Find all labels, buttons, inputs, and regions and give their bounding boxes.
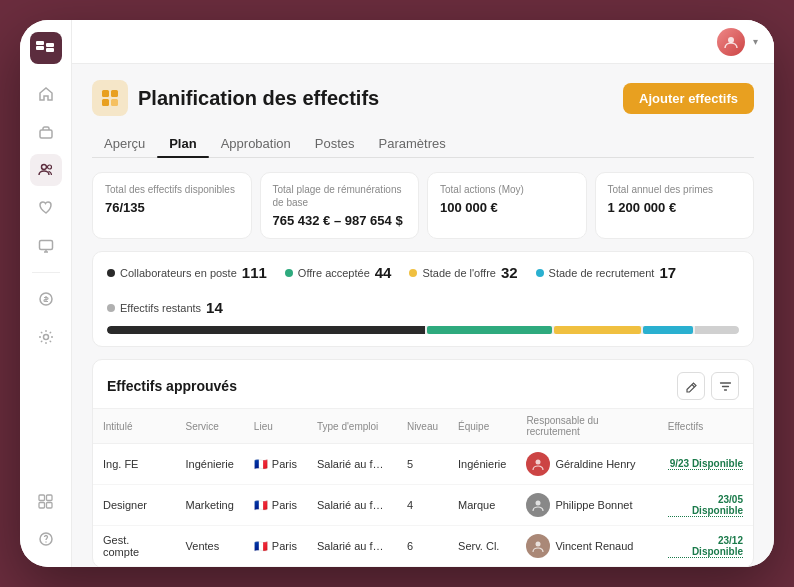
filter-table-button[interactable] — [711, 372, 739, 400]
svg-rect-1 — [36, 46, 44, 50]
cell-niveau: 4 — [397, 485, 448, 526]
legend-label-poste: Collaborateurs en poste — [120, 267, 237, 279]
legend-label-offre-acceptee: Offre acceptée — [298, 267, 370, 279]
svg-point-5 — [41, 165, 46, 170]
table-row: Ing. FE Ingénierie 🇫🇷 Paris Salarié au f… — [93, 444, 753, 485]
topbar: ▾ — [72, 20, 774, 64]
svg-rect-18 — [111, 90, 118, 97]
legend-dot-offre-acceptee — [285, 269, 293, 277]
tab-postes[interactable]: Postes — [303, 130, 367, 157]
cell-type-emploi: Salarié au forfait, temps plein... — [307, 485, 397, 526]
svg-rect-11 — [47, 495, 53, 501]
sidebar-item-heart[interactable] — [30, 192, 62, 224]
svg-rect-2 — [46, 43, 54, 47]
svg-point-16 — [728, 37, 734, 43]
tab-approbation[interactable]: Approbation — [209, 130, 303, 157]
col-niveau: Niveau — [397, 409, 448, 444]
stat-label-3: Total annuel des primes — [608, 183, 742, 196]
svg-rect-3 — [46, 48, 54, 52]
legend-count-recrutement: 17 — [659, 264, 676, 281]
cell-equipe: Marque — [448, 485, 516, 526]
tab-parametres[interactable]: Paramètres — [367, 130, 458, 157]
stat-card-2: Total actions (Moy) 100 000 € — [427, 172, 587, 239]
legend-poste: Collaborateurs en poste 111 — [107, 264, 267, 281]
cell-niveau: 6 — [397, 526, 448, 567]
table-title: Effectifs approuvés — [107, 378, 237, 394]
sidebar-item-people[interactable] — [30, 154, 62, 186]
legend-dot-recrutement — [536, 269, 544, 277]
tab-plan[interactable]: Plan — [157, 130, 208, 157]
progress-segment-3 — [643, 326, 693, 334]
col-equipe: Équipe — [448, 409, 516, 444]
cell-effectifs: 23/12 Disponible — [658, 526, 753, 567]
legend-dot-poste — [107, 269, 115, 277]
page-icon — [92, 80, 128, 116]
sidebar-item-grid[interactable] — [30, 485, 62, 517]
edit-table-button[interactable] — [677, 372, 705, 400]
user-avatar[interactable] — [717, 28, 745, 56]
cell-equipe: Serv. Cl. — [448, 526, 516, 567]
legend-recrutement: Stade de recrutement 17 — [536, 264, 676, 281]
cell-equipe: Ingénierie — [448, 444, 516, 485]
stat-value-0: 76/135 — [105, 200, 239, 215]
col-responsable: Responsable du recrutement — [516, 409, 657, 444]
legend-count-poste: 111 — [242, 264, 267, 281]
stat-value-3: 1 200 000 € — [608, 200, 742, 215]
sidebar-item-dollar[interactable] — [30, 283, 62, 315]
table-row: Designer Marketing 🇫🇷 Paris Salarié au f… — [93, 485, 753, 526]
svg-point-21 — [536, 460, 541, 465]
stats-row: Total des effectifs disponibles 76/135 T… — [92, 172, 754, 239]
tab-apercu[interactable]: Aperçu — [92, 130, 157, 157]
legend-label-stade-offre: Stade de l'offre — [422, 267, 495, 279]
legend-dot-stade-offre — [409, 269, 417, 277]
svg-point-15 — [45, 541, 46, 542]
stat-card-0: Total des effectifs disponibles 76/135 — [92, 172, 252, 239]
cell-type-emploi: Salarié au forfait, temps plein... — [307, 526, 397, 567]
cell-responsable: Philippe Bonnet — [516, 485, 657, 526]
cell-service: Marketing — [176, 485, 244, 526]
cell-service: Ventes — [176, 526, 244, 567]
col-lieu: Lieu — [244, 409, 307, 444]
legend-dot-restants — [107, 304, 115, 312]
stat-label-2: Total actions (Moy) — [440, 183, 574, 196]
svg-rect-13 — [47, 502, 53, 508]
add-effectifs-button[interactable]: Ajouter effectifs — [623, 83, 754, 114]
cell-effectifs: 23/05 Disponible — [658, 485, 753, 526]
col-intitule: Intitulé — [93, 409, 176, 444]
page-title: Planification des effectifs — [138, 87, 379, 110]
table-actions — [677, 372, 739, 400]
cell-niveau: 5 — [397, 444, 448, 485]
svg-rect-10 — [39, 495, 45, 501]
cell-intitule: Gest. compte — [93, 526, 176, 567]
legend-section: Collaborateurs en poste 111 Offre accept… — [92, 251, 754, 347]
svg-rect-17 — [102, 90, 109, 97]
sidebar-item-settings[interactable] — [30, 321, 62, 353]
effectifs-table: Intitulé Service Lieu Type d'emploi Nive… — [93, 409, 753, 567]
svg-rect-4 — [40, 130, 52, 138]
stat-label-0: Total des effectifs disponibles — [105, 183, 239, 196]
sidebar-item-briefcase[interactable] — [30, 116, 62, 148]
cell-lieu: 🇫🇷 Paris — [244, 485, 307, 526]
svg-rect-12 — [39, 502, 45, 508]
legend-count-restants: 14 — [206, 299, 223, 316]
cell-lieu: 🇫🇷 Paris — [244, 444, 307, 485]
cell-lieu: 🇫🇷 Paris — [244, 526, 307, 567]
sidebar-item-monitor[interactable] — [30, 230, 62, 262]
sidebar-item-help[interactable] — [30, 523, 62, 555]
sidebar — [20, 20, 72, 567]
user-menu-caret[interactable]: ▾ — [753, 36, 758, 47]
legend-stade-offre: Stade de l'offre 32 — [409, 264, 517, 281]
svg-rect-19 — [102, 99, 109, 106]
tabs: Aperçu Plan Approbation Postes Paramètre… — [92, 130, 754, 158]
cell-responsable: Vincent Renaud — [516, 526, 657, 567]
table-header-row: Effectifs approuvés — [93, 360, 753, 409]
sidebar-logo[interactable] — [30, 32, 62, 64]
svg-rect-0 — [36, 41, 44, 45]
page-title-row: Planification des effectifs — [92, 80, 379, 116]
progress-bar — [107, 326, 739, 334]
cell-responsable: Géraldine Henry — [516, 444, 657, 485]
cell-intitule: Designer — [93, 485, 176, 526]
stat-value-2: 100 000 € — [440, 200, 574, 215]
sidebar-item-home[interactable] — [30, 78, 62, 110]
cell-type-emploi: Salarié au forfait, temps plein... — [307, 444, 397, 485]
